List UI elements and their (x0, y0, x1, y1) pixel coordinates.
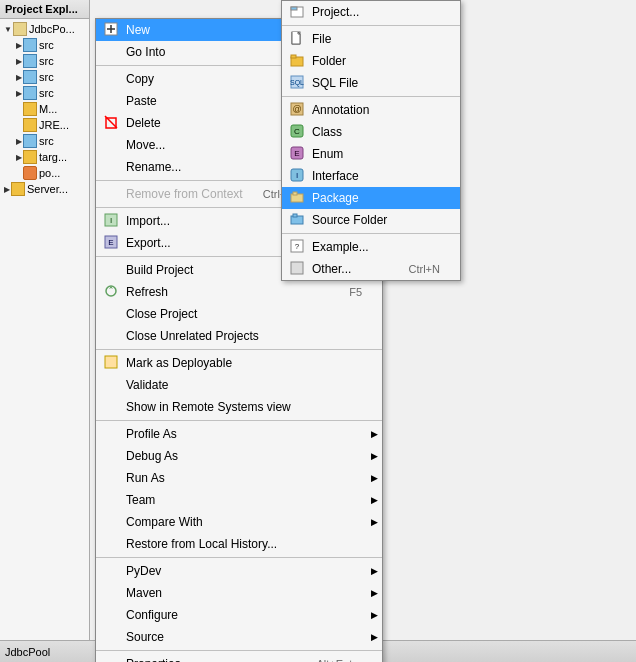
class-icon-sub: C (290, 124, 306, 140)
submenu-item-source-folder[interactable]: Source Folder (282, 209, 460, 231)
menu-item-maven[interactable]: Maven ▶ (96, 582, 382, 604)
po-label: po... (39, 167, 60, 179)
server-label: Server... (27, 183, 68, 195)
go-into-icon (104, 44, 120, 60)
submenu-item-package[interactable]: Package (282, 187, 460, 209)
tree-item-po[interactable]: ▶ po... (2, 165, 87, 181)
tree-item-src4[interactable]: ▶ src (2, 85, 87, 101)
example-icon-sub: ? (290, 239, 306, 255)
src-icon3 (23, 70, 37, 84)
menu-item-pydev[interactable]: PyDev ▶ (96, 560, 382, 582)
menu-item-debug-as[interactable]: Debug As ▶ (96, 445, 382, 467)
menu-item-compare-with[interactable]: Compare With ▶ (96, 511, 382, 533)
maven-label: Maven (126, 586, 362, 600)
profile-as-arrow: ▶ (371, 429, 378, 439)
compare-with-icon (104, 514, 120, 530)
menu-item-properties[interactable]: Properties Alt+Enter (96, 653, 382, 662)
submenu-item-file[interactable]: File (282, 28, 460, 50)
menu-item-close-unrelated[interactable]: Close Unrelated Projects (96, 325, 382, 347)
remove-context-icon (104, 186, 120, 202)
expand-arrow: ▼ (4, 25, 12, 34)
menu-item-close-project[interactable]: Close Project (96, 303, 382, 325)
interface-icon-sub: I (290, 168, 306, 184)
tree-item-src1[interactable]: ▶ src (2, 37, 87, 53)
menu-item-run-as[interactable]: Run As ▶ (96, 467, 382, 489)
submenu-item-annotation[interactable]: @ Annotation (282, 99, 460, 121)
debug-as-arrow: ▶ (371, 451, 378, 461)
sql-label-sub: SQL File (312, 76, 440, 90)
refresh-icon (104, 284, 120, 300)
tree-item-jre[interactable]: ▶ JRE... (2, 117, 87, 133)
properties-label: Properties (126, 657, 297, 662)
pydev-label: PyDev (126, 564, 362, 578)
explorer-tree: ▼ JdbcPo... ▶ src ▶ src ▶ src ▶ src ▶ M.… (0, 19, 89, 199)
tree-item-src2[interactable]: ▶ src (2, 53, 87, 69)
folder-icon-m (23, 102, 37, 116)
submenu-item-class[interactable]: C Class (282, 121, 460, 143)
submenu-item-other[interactable]: Other... Ctrl+N (282, 258, 460, 280)
menu-item-restore-history[interactable]: Restore from Local History... (96, 533, 382, 555)
configure-label: Configure (126, 608, 362, 622)
tree-item-root[interactable]: ▼ JdbcPo... (2, 21, 87, 37)
import-icon: I (104, 213, 120, 229)
close-unrelated-label: Close Unrelated Projects (126, 329, 362, 343)
file-label-sub: File (312, 32, 440, 46)
menu-item-show-remote[interactable]: Show in Remote Systems view (96, 396, 382, 418)
new-sep-1 (282, 25, 460, 26)
menu-item-profile-as[interactable]: Profile As ▶ (96, 423, 382, 445)
separator-8 (96, 650, 382, 651)
team-icon (104, 492, 120, 508)
annotation-icon-sub: @ (290, 102, 306, 118)
menu-item-team[interactable]: Team ▶ (96, 489, 382, 511)
new-sep-3 (282, 233, 460, 234)
svg-text:E: E (294, 149, 299, 158)
tree-item-src3[interactable]: ▶ src (2, 69, 87, 85)
tree-item-m[interactable]: ▶ M... (2, 101, 87, 117)
src-label5: src (39, 135, 54, 147)
source-label: Source (126, 630, 362, 644)
svg-rect-31 (293, 214, 297, 217)
menu-item-validate[interactable]: Validate (96, 374, 382, 396)
jre-label: JRE... (39, 119, 69, 131)
submenu-item-project[interactable]: Project... (282, 1, 460, 23)
source-icon (104, 629, 120, 645)
other-icon-sub (290, 261, 306, 277)
tree-item-src5[interactable]: ▶ src (2, 133, 87, 149)
submenu-item-interface[interactable]: I Interface (282, 165, 460, 187)
run-as-icon (104, 470, 120, 486)
new-icon (104, 22, 120, 38)
separator-7 (96, 557, 382, 558)
enum-label-sub: Enum (312, 147, 440, 161)
profile-as-icon (104, 426, 120, 442)
svg-rect-34 (291, 262, 303, 274)
mark-deployable-icon (104, 355, 120, 371)
submenu-item-folder[interactable]: Folder (282, 50, 460, 72)
file-icon-sub (290, 31, 306, 47)
move-icon (104, 137, 120, 153)
tree-item-server[interactable]: ▶ Server... (2, 181, 87, 197)
svg-text:I: I (296, 171, 298, 180)
expand-arrow4: ▶ (16, 73, 22, 82)
expand-arrow3: ▶ (16, 57, 22, 66)
compare-with-label: Compare With (126, 515, 362, 529)
submenu-item-sql[interactable]: SQL SQL File (282, 72, 460, 94)
team-label: Team (126, 493, 362, 507)
menu-item-source[interactable]: Source ▶ (96, 626, 382, 648)
svg-text:@: @ (292, 104, 301, 114)
svg-text:SQL: SQL (290, 79, 304, 87)
pydev-icon (104, 563, 120, 579)
src-icon1 (23, 38, 37, 52)
menu-item-refresh[interactable]: Refresh F5 (96, 281, 382, 303)
rename-icon (104, 159, 120, 175)
tree-item-targ[interactable]: ▶ targ... (2, 149, 87, 165)
menu-item-mark-deployable[interactable]: Mark as Deployable (96, 352, 382, 374)
debug-as-icon (104, 448, 120, 464)
profile-as-label: Profile As (126, 427, 362, 441)
submenu-item-example[interactable]: ? Example... (282, 236, 460, 258)
annotation-label-sub: Annotation (312, 103, 440, 117)
refresh-label: Refresh (126, 285, 329, 299)
interface-label-sub: Interface (312, 169, 440, 183)
submenu-item-enum[interactable]: E Enum (282, 143, 460, 165)
menu-item-configure[interactable]: Configure ▶ (96, 604, 382, 626)
source-folder-label-sub: Source Folder (312, 213, 440, 227)
